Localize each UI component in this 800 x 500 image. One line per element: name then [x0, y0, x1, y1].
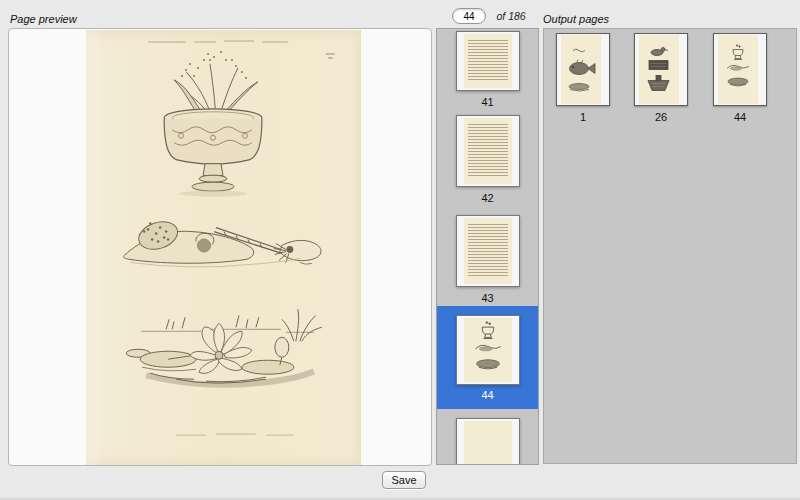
- thumbnail-list[interactable]: 41 42 43: [436, 28, 539, 465]
- text-page-thumb: [464, 34, 512, 88]
- output-page-number: 1: [555, 111, 611, 123]
- thumbnail-page-44-selected[interactable]: 44: [437, 306, 538, 409]
- mini-bird-basket-plate: [639, 35, 679, 104]
- output-page-1[interactable]: 1: [555, 33, 611, 123]
- page-preview-label: Page preview: [10, 13, 77, 25]
- faint-header-text: [148, 41, 335, 58]
- thumbnail-page-number: 44: [437, 389, 538, 401]
- vase-illustration: [164, 51, 262, 197]
- page-number-input[interactable]: [452, 8, 486, 24]
- plate-page-thumb: [464, 318, 512, 382]
- output-page-number: 26: [633, 111, 689, 123]
- bird-basket-plate-thumb: [639, 35, 679, 104]
- output-pages-panel: 1 26: [543, 28, 797, 464]
- scanned-plate-page: [86, 30, 361, 466]
- still-life-illustration: [123, 217, 321, 267]
- page-preview-panel: [8, 28, 432, 466]
- mini-fish-plate: [561, 35, 601, 104]
- faint-caption-text: [176, 434, 294, 435]
- mini-vase-lily-plate: [718, 35, 758, 104]
- thumbnail-page-number: 43: [437, 292, 538, 304]
- page-preview-image: [86, 30, 361, 466]
- mini-vase-lily-plate: [464, 318, 512, 382]
- blank-page-thumb: [464, 421, 512, 465]
- vase-lily-plate-thumb: [718, 35, 758, 104]
- output-page-number: 44: [712, 111, 768, 123]
- thumbnail-page-number: 42: [437, 192, 538, 204]
- thumbnail-page-42[interactable]: 42: [437, 115, 538, 204]
- output-pages-label: Output pages: [543, 13, 609, 25]
- text-page-thumb: [464, 118, 512, 184]
- window-bottom-edge: [0, 496, 800, 500]
- page-total-label: of 186: [496, 8, 525, 25]
- flower-specks: [181, 51, 247, 79]
- output-page-44[interactable]: 44: [712, 33, 768, 123]
- thumbnail-page-43[interactable]: 43: [437, 215, 538, 304]
- water-lily-illustration: [126, 309, 322, 384]
- fish-plate-thumb: [561, 35, 601, 104]
- pager: of 186: [452, 8, 526, 25]
- text-page-thumb: [464, 218, 512, 284]
- thumbnail-page-41[interactable]: 41: [437, 31, 538, 108]
- thumbnail-page-number: 41: [437, 96, 538, 108]
- save-button[interactable]: Save: [382, 471, 426, 489]
- output-page-26[interactable]: 26: [633, 33, 689, 123]
- thumbnail-page-45[interactable]: [437, 418, 538, 465]
